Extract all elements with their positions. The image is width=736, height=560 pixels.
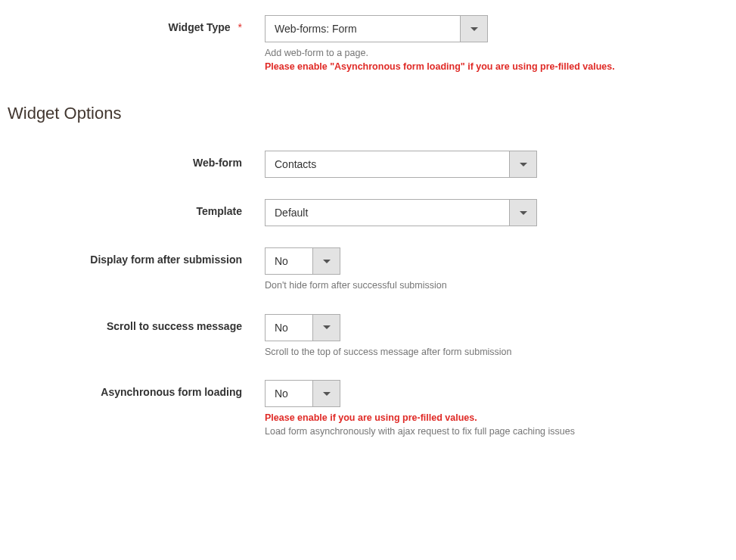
widget-type-label: Widget Type * bbox=[8, 15, 265, 33]
async-loading-note-text: Load form asynchronously with ajax reque… bbox=[265, 426, 575, 437]
widget-type-note: Add web-form to a page. Please enable "A… bbox=[265, 47, 728, 73]
web-form-label: Web-form bbox=[8, 151, 265, 169]
async-loading-select[interactable]: No bbox=[265, 380, 340, 407]
async-loading-warn: Please enable if you are using pre-fille… bbox=[265, 412, 477, 423]
display-after-select[interactable]: No bbox=[265, 247, 340, 275]
widget-type-value: Web-forms: Form bbox=[266, 16, 460, 42]
scroll-success-note: Scroll to the top of success message aft… bbox=[265, 346, 728, 359]
async-loading-label: Asynchronous form loading bbox=[8, 380, 265, 398]
template-label: Template bbox=[8, 199, 265, 217]
widget-type-label-text: Widget Type bbox=[169, 21, 231, 33]
widget-type-dropdown-button[interactable] bbox=[460, 16, 487, 42]
chevron-down-icon bbox=[520, 211, 527, 215]
display-after-label: Display form after submission bbox=[8, 247, 265, 266]
template-dropdown-button[interactable] bbox=[509, 200, 536, 226]
required-asterisk: * bbox=[238, 21, 242, 33]
scroll-success-select[interactable]: No bbox=[265, 314, 340, 341]
scroll-success-dropdown-button[interactable] bbox=[312, 315, 340, 341]
template-value: Default bbox=[266, 200, 509, 226]
scroll-success-label: Scroll to success message bbox=[8, 314, 265, 332]
chevron-down-icon bbox=[520, 163, 527, 166]
widget-type-select[interactable]: Web-forms: Form bbox=[265, 15, 488, 42]
scroll-success-value: No bbox=[266, 315, 312, 341]
display-after-note: Don't hide form after successful submiss… bbox=[265, 279, 728, 293]
chevron-down-icon bbox=[323, 392, 331, 396]
chevron-down-icon bbox=[470, 27, 478, 31]
chevron-down-icon bbox=[323, 325, 331, 329]
async-loading-dropdown-button[interactable] bbox=[312, 381, 340, 406]
widget-type-note-line1: Add web-form to a page. bbox=[265, 48, 368, 58]
chevron-down-icon bbox=[323, 260, 331, 263]
web-form-value: Contacts bbox=[266, 151, 509, 177]
web-form-dropdown-button[interactable] bbox=[509, 151, 536, 177]
display-after-value: No bbox=[266, 248, 312, 274]
async-loading-note: Please enable if you are using pre-fille… bbox=[265, 412, 728, 438]
template-select[interactable]: Default bbox=[265, 199, 537, 226]
widget-type-note-warn: Please enable "Asynchronous form loading… bbox=[265, 61, 615, 72]
section-heading-widget-options: Widget Options bbox=[8, 104, 728, 123]
display-after-dropdown-button[interactable] bbox=[312, 248, 340, 274]
web-form-select[interactable]: Contacts bbox=[265, 151, 537, 178]
async-loading-value: No bbox=[266, 381, 312, 406]
